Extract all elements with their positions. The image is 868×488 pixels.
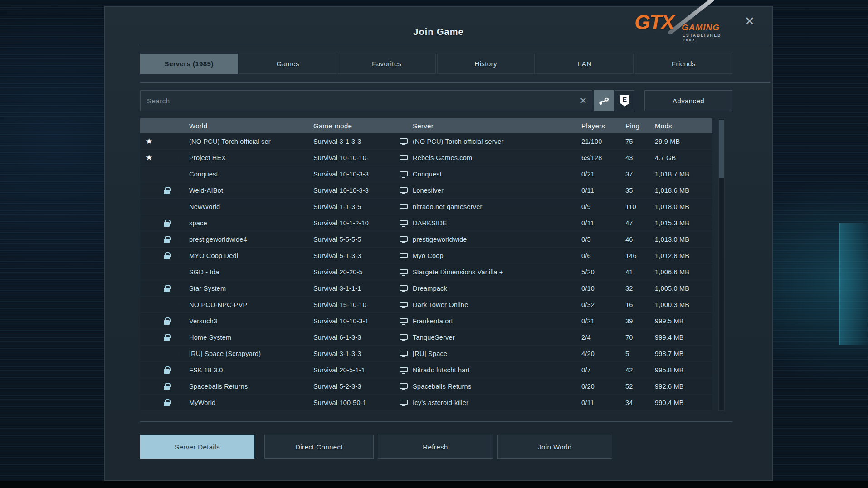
server-row[interactable]: ★ ! Versuch3 Survival 10-10-3-1 Frankent…: [140, 313, 712, 329]
column-header-ping[interactable]: Ping: [625, 118, 639, 133]
server-row[interactable]: ★ ! Spaceballs Returns Survival 5-2-3-3 …: [140, 378, 712, 395]
world-cell: NewWorld: [189, 199, 311, 215]
server-row[interactable]: ★ ! space Survival 10-1-2-10 DARKSIDE 0/…: [140, 215, 712, 231]
mods-cell: 4.7 GB: [655, 150, 712, 166]
column-header-server[interactable]: Server: [413, 118, 434, 133]
ping-cell: 52: [625, 378, 653, 395]
scrollbar[interactable]: [718, 118, 725, 411]
game-mode-cell: Survival 5-5-5-5: [313, 231, 398, 248]
players-cell: 0/10: [581, 280, 623, 297]
warning-icon: !: [175, 399, 183, 406]
column-header-players[interactable]: Players: [581, 118, 605, 133]
ping-cell: 146: [625, 248, 653, 264]
server-row[interactable]: ★ ! Conquest Survival 10-10-3-3 Conquest…: [140, 166, 712, 182]
warning-icon: !: [175, 350, 183, 357]
tab-servers-1985[interactable]: Servers (1985): [140, 54, 238, 74]
monitor-icon: [400, 302, 408, 307]
monitor-icon: [400, 155, 408, 160]
advanced-button[interactable]: Advanced: [644, 90, 732, 111]
lock-icon: [164, 386, 170, 390]
close-icon[interactable]: ✕: [741, 13, 758, 29]
players-cell: 0/20: [581, 378, 623, 395]
server-list: ★ ! (NO PCU) Torch official ser Survival…: [140, 133, 712, 411]
world-cell: NO PCU-NPC-PVP: [189, 297, 311, 313]
tab-lan[interactable]: LAN: [536, 54, 634, 74]
ping-cell: 34: [625, 395, 653, 411]
server-row[interactable]: ★ ! Star System Survival 3-1-1-1 Dreampa…: [140, 280, 712, 297]
monitor-icon: [400, 400, 408, 405]
server-row[interactable]: ★ ! NewWorld Survival 1-1-3-5 nitrado.ne…: [140, 199, 712, 215]
monitor-icon: [400, 351, 408, 356]
tab-favorites[interactable]: Favorites: [338, 54, 435, 74]
page-background: { "window": { "title": "Join Game" }, "l…: [0, 0, 868, 488]
world-cell: space: [189, 215, 311, 231]
server-details-button[interactable]: Server Details: [140, 435, 254, 459]
ping-cell: 41: [625, 264, 653, 280]
server-row[interactable]: ★ ! (NO PCU) Torch official ser Survival…: [140, 133, 712, 150]
server-row[interactable]: ★ ! FSK 18 3.0 Survival 20-5-1-1 Nitrado…: [140, 362, 712, 378]
mods-cell: 992.6 MB: [655, 378, 712, 395]
server-row[interactable]: ★ ! MyWorld Survival 100-50-1 Icy's aste…: [140, 395, 712, 411]
world-cell: MYO Coop Dedi: [189, 248, 311, 264]
monitor-icon: [400, 187, 408, 193]
favorite-star-icon: ★: [146, 133, 152, 150]
lock-icon: [164, 337, 170, 341]
monitor-icon: [400, 220, 408, 225]
monitor-icon: [400, 285, 408, 291]
server-row[interactable]: ★ ! SGD - Ida Survival 20-20-5 Stargate …: [140, 264, 712, 280]
ping-cell: 110: [625, 199, 653, 215]
ping-cell: 75: [625, 133, 653, 150]
mods-cell: 998.7 MB: [655, 346, 712, 362]
lock-icon: [164, 255, 170, 259]
refresh-button[interactable]: Refresh: [378, 435, 493, 459]
column-header-world[interactable]: World: [189, 118, 207, 133]
server-row[interactable]: ★ ! prestigeworldwide4 Survival 5-5-5-5 …: [140, 231, 712, 248]
game-mode-cell: Survival 10-10-3-3: [313, 166, 398, 182]
logo-established-text: ESTABLISHED 2007: [683, 33, 734, 42]
direct-connect-button[interactable]: Direct Connect: [264, 435, 374, 459]
steam-filter-button[interactable]: [594, 90, 614, 111]
world-cell: prestigeworldwide4: [189, 231, 311, 248]
game-mode-cell: Survival 6-1-3-3: [313, 329, 398, 346]
players-cell: 0/11: [581, 395, 623, 411]
server-row[interactable]: ★ ! Weld-AIBot Survival 10-10-3-3 Lonesi…: [140, 182, 712, 199]
background-teal-panel: [839, 223, 868, 345]
server-row[interactable]: ★ ! Home System Survival 6-1-3-3 TanqueS…: [140, 329, 712, 346]
tab-friends[interactable]: Friends: [635, 54, 732, 74]
players-cell: 21/100: [581, 133, 623, 150]
lock-icon: [164, 190, 170, 194]
game-mode-cell: Survival 10-10-10-: [313, 150, 398, 166]
server-cell: Nitrado lutscht hart: [413, 362, 579, 378]
game-mode-cell: Survival 5-2-3-3: [313, 378, 398, 395]
tab-games[interactable]: Games: [239, 54, 336, 74]
column-header-mods[interactable]: Mods: [655, 118, 672, 133]
players-cell: 0/6: [581, 248, 623, 264]
server-cell: Icy's asteroid-killer: [413, 395, 579, 411]
eos-filter-button[interactable]: E: [615, 90, 634, 111]
world-cell: SGD - Ida: [189, 264, 311, 280]
tab-history[interactable]: History: [437, 54, 535, 74]
mods-cell: 995.8 MB: [655, 362, 712, 378]
game-mode-cell: Survival 5-1-3-3: [313, 248, 398, 264]
clear-search-icon[interactable]: ✕: [575, 90, 591, 111]
mods-cell: 990.4 MB: [655, 395, 712, 411]
game-mode-cell: Survival 10-1-2-10: [313, 215, 398, 231]
server-row[interactable]: ★ ! [RU] Space (Scrapyard) Survival 3-1-…: [140, 346, 712, 362]
players-cell: 0/32: [581, 297, 623, 313]
world-cell: FSK 18 3.0: [189, 362, 311, 378]
server-row[interactable]: ★ ! Project HEX Survival 10-10-10- Rebel…: [140, 150, 712, 166]
server-cell: Dreampack: [413, 280, 579, 297]
server-row[interactable]: ★ ! MYO Coop Dedi Survival 5-1-3-3 Myo C…: [140, 248, 712, 264]
mods-cell: 1,018.7 MB: [655, 166, 712, 182]
server-row[interactable]: ★ ! NO PCU-NPC-PVP Survival 15-10-10- Da…: [140, 297, 712, 313]
ping-cell: 32: [625, 280, 653, 297]
join-world-button[interactable]: Join World: [497, 435, 612, 459]
join-game-dialog: Join Game GTX GAMING ESTABLISHED 2007 ✕ …: [104, 6, 773, 481]
server-cell: prestigeworldwide: [413, 231, 579, 248]
ping-cell: 43: [625, 150, 653, 166]
scrollbar-thumb[interactable]: [719, 120, 724, 178]
column-header-game-mode[interactable]: Game mode: [313, 118, 352, 133]
warning-icon: !: [175, 301, 183, 308]
world-cell: Project HEX: [189, 150, 311, 166]
search-input[interactable]: [140, 90, 592, 111]
